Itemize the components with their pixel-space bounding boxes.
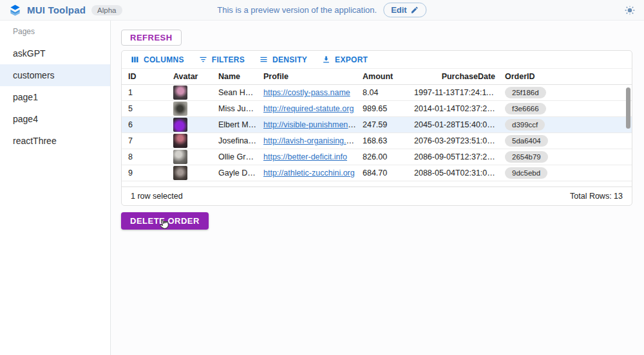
grid-rows-viewport: 1 Sean Harris https://costly-pass.name 8… <box>122 85 632 187</box>
theme-toggle-button[interactable] <box>625 5 635 15</box>
sidebar-item-page4[interactable]: page4 <box>0 108 110 130</box>
cell-purchasedate: 2086-09-05T12:37:27.015Z <box>414 152 498 161</box>
preview-banner-text: This is a preview version of the applica… <box>217 5 377 15</box>
avatar <box>173 86 187 100</box>
column-header-orderid[interactable]: OrderID <box>498 72 632 81</box>
orderid-chip: 5da6404 <box>505 135 548 147</box>
export-button[interactable]: EXPORT <box>317 53 372 66</box>
menu-lines-icon <box>259 55 269 64</box>
download-icon <box>321 55 331 64</box>
filter-funnel-icon <box>198 55 208 64</box>
pages-section-label: Pages <box>0 24 110 42</box>
columns-button[interactable]: COLUMNS <box>126 53 189 66</box>
toolpad-logo-icon <box>9 4 21 16</box>
export-button-label: EXPORT <box>335 55 368 64</box>
cell-name: Josefina P... <box>212 136 257 145</box>
orderid-chip: 25f186d <box>505 87 546 98</box>
density-button[interactable]: DENSITY <box>254 53 312 66</box>
table-row[interactable]: 1 Sean Harris https://costly-pass.name 8… <box>122 85 632 101</box>
cell-amount: 826.00 <box>356 152 414 161</box>
edit-button[interactable]: Edit <box>383 3 427 17</box>
sidebar-item-customers[interactable]: customers <box>0 64 110 86</box>
orderid-chip: f3e6666 <box>505 103 546 114</box>
cell-name: Elbert McL... <box>212 120 257 129</box>
cell-amount: 684.70 <box>356 168 414 178</box>
app-title: MUI Toolpad <box>27 5 86 15</box>
vertical-scrollbar[interactable] <box>626 87 630 129</box>
profile-link[interactable]: http://lavish-organising.name <box>263 136 356 145</box>
table-row[interactable]: 5 Miss Juan ... http://required-statute.… <box>122 101 632 117</box>
app-brand: MUI Toolpad Alpha <box>9 4 122 16</box>
sidebar-item-label: reactThree <box>13 136 57 146</box>
sidebar-item-askgpt[interactable]: askGPT <box>0 42 110 64</box>
refresh-button[interactable]: REFRESH <box>121 30 182 46</box>
cell-purchasedate: 2014-01-14T02:37:28.536Z <box>414 104 498 113</box>
sidebar-item-reactthree[interactable]: reactThree <box>0 130 110 152</box>
density-button-label: DENSITY <box>272 55 307 64</box>
page-content: REFRESH COLUMNS FILTERS <box>111 21 644 355</box>
orderid-chip: 9dc5ebd <box>505 167 547 179</box>
cell-name: Ollie Green... <box>212 152 257 161</box>
sidebar-item-page1[interactable]: page1 <box>0 86 110 108</box>
profile-link[interactable]: http://required-statute.org <box>263 104 354 113</box>
app-bar: MUI Toolpad Alpha This is a preview vers… <box>0 0 644 21</box>
column-header-purchasedate[interactable]: PurchaseDate <box>414 72 498 81</box>
orderid-chip: 2654b79 <box>505 151 548 163</box>
column-header-id[interactable]: ID <box>122 72 167 81</box>
profile-link[interactable]: http://visible-punishment.net <box>263 120 356 129</box>
sidebar-item-label: askGPT <box>13 48 46 59</box>
selected-rows-status: 1 row selected <box>131 192 183 201</box>
profile-link[interactable]: https://better-deficit.info <box>263 152 347 161</box>
avatar <box>173 166 187 180</box>
column-header-name[interactable]: Name <box>212 72 257 81</box>
cell-id: 9 <box>122 168 167 178</box>
cell-amount: 168.63 <box>356 136 414 145</box>
cell-id: 1 <box>122 88 167 97</box>
cell-id: 7 <box>122 136 167 145</box>
view-columns-icon <box>130 55 140 64</box>
cell-id: 8 <box>122 152 167 161</box>
cell-id: 5 <box>122 104 167 113</box>
table-row[interactable]: 7 Josefina P... http://lavish-organising… <box>122 133 632 149</box>
avatar <box>173 134 187 148</box>
cell-name: Miss Juan ... <box>212 104 257 113</box>
column-header-profile[interactable]: Profile <box>257 72 356 81</box>
filters-button[interactable]: FILTERS <box>194 53 249 66</box>
grid-header-row: ID Avatar Name Profile Amount PurchaseDa… <box>122 68 632 85</box>
cell-amount: 247.59 <box>356 120 414 129</box>
sidebar-item-label: customers <box>13 70 55 80</box>
table-row-selected[interactable]: 6 Elbert McL... http://visible-punishmen… <box>122 117 632 133</box>
avatar <box>173 118 187 132</box>
cell-purchasedate: 2045-01-28T15:40:06.325Z <box>414 120 498 129</box>
cell-purchasedate: 1997-11-13T17:24:11.769Z <box>414 88 498 97</box>
alpha-badge: Alpha <box>91 5 122 15</box>
total-rows-status: Total Rows: 13 <box>570 192 623 201</box>
orderid-chip: d399ccf <box>505 119 545 131</box>
sidebar-item-label: page1 <box>13 92 38 102</box>
grid-toolbar: COLUMNS FILTERS DENSITY <box>122 51 632 68</box>
column-header-avatar[interactable]: Avatar <box>167 72 212 81</box>
customers-data-grid: COLUMNS FILTERS DENSITY <box>121 50 632 206</box>
cell-amount: 8.04 <box>356 88 414 97</box>
cell-purchasedate: 2076-03-29T23:51:07.968Z <box>414 136 498 145</box>
columns-button-label: COLUMNS <box>144 55 184 64</box>
filters-button-label: FILTERS <box>212 55 245 64</box>
edit-button-label: Edit <box>391 5 407 15</box>
column-header-amount[interactable]: Amount <box>356 72 414 81</box>
profile-link[interactable]: https://costly-pass.name <box>263 88 350 97</box>
avatar <box>173 102 187 116</box>
table-row[interactable]: 8 Ollie Green... https://better-deficit.… <box>122 149 632 165</box>
cell-name: Gayle Den... <box>212 168 257 178</box>
sun-icon <box>625 5 635 15</box>
grid-footer: 1 row selected Total Rows: 13 <box>122 187 632 205</box>
avatar <box>173 150 187 164</box>
delete-order-button[interactable]: DELETE ORDER <box>121 212 209 230</box>
table-row[interactable]: 9 Gayle Den... http://athletic-zucchini.… <box>122 165 632 181</box>
pencil-icon <box>411 6 419 14</box>
cell-amount: 989.65 <box>356 104 414 113</box>
cell-id: 6 <box>122 120 167 129</box>
cell-name: Sean Harris <box>212 88 257 97</box>
sidebar-item-label: page4 <box>13 114 38 124</box>
cell-purchasedate: 2088-05-04T02:31:03.294Z <box>414 168 498 178</box>
profile-link[interactable]: http://athletic-zucchini.org <box>263 168 355 178</box>
